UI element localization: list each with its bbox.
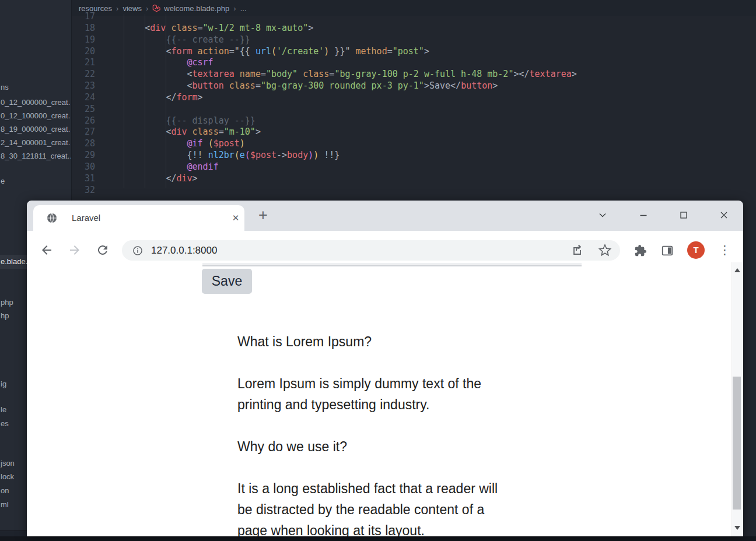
globe-icon bbox=[47, 213, 57, 226]
explorer-item[interactable]: e bbox=[1, 176, 71, 186]
code-line-17[interactable]: 17 bbox=[69, 11, 756, 23]
window-minimize-button[interactable] bbox=[637, 209, 650, 222]
explorer-item[interactable]: 0_12_000000_creat... bbox=[1, 97, 71, 107]
window-maximize-button[interactable] bbox=[677, 209, 690, 222]
code-line-28[interactable]: 28 @if ($post) bbox=[69, 138, 756, 150]
tab-strip: Laravel ✕ + bbox=[27, 201, 743, 231]
explorer-item[interactable]: 0_12_100000_creat... bbox=[1, 111, 71, 121]
browser-menu-icon[interactable]: ⋮ bbox=[719, 238, 728, 262]
tab-title: Laravel bbox=[72, 205, 100, 231]
scroll-up-arrow-icon[interactable] bbox=[734, 268, 740, 272]
code-line-31[interactable]: 31 </div> bbox=[69, 173, 756, 185]
url-text: 127.0.0.1:8000 bbox=[151, 240, 217, 261]
scrollbar[interactable] bbox=[732, 262, 742, 536]
explorer-item[interactable]: 8_19_000000_creat... bbox=[1, 124, 71, 134]
code-line-24[interactable]: 24 </form> bbox=[69, 92, 756, 104]
code-line-20[interactable]: 20 <form action="{{ url('/create') }}" m… bbox=[69, 46, 756, 58]
code-line-27[interactable]: 27 <div class="m-10"> bbox=[69, 127, 756, 138]
tab-close-icon[interactable]: ✕ bbox=[229, 212, 242, 224]
code-line-19[interactable]: 19 {{-- create --}} bbox=[69, 34, 756, 46]
scrollbar-thumb[interactable] bbox=[733, 377, 741, 510]
forward-icon[interactable] bbox=[68, 243, 82, 257]
code-line-25[interactable]: 25 bbox=[69, 104, 756, 115]
new-tab-button[interactable]: + bbox=[254, 205, 272, 226]
profile-avatar[interactable]: T bbox=[687, 241, 705, 259]
code-line-18[interactable]: 18 <div class="w-1/2 mt-8 mx-auto"> bbox=[69, 23, 756, 34]
bookmark-star-icon[interactable] bbox=[598, 243, 612, 257]
tab-laravel[interactable]: Laravel ✕ bbox=[33, 205, 244, 231]
explorer-item[interactable]: 8_30_121811_creat... bbox=[1, 151, 71, 161]
save-button[interactable]: Save bbox=[202, 269, 252, 294]
site-info-icon[interactable] bbox=[132, 245, 146, 259]
scroll-down-arrow-icon[interactable] bbox=[734, 526, 740, 530]
explorer-item[interactable]: ns bbox=[1, 82, 71, 92]
extensions-puzzle-icon[interactable] bbox=[634, 244, 648, 258]
code-line-21[interactable]: 21 @csrf bbox=[69, 57, 756, 69]
browser-toolbar: 127.0.0.1:8000 T ⋮ bbox=[27, 231, 743, 263]
vscode-bottom-strip bbox=[0, 536, 756, 541]
code-line-29[interactable]: 29 {!! nl2br(e($post->body)) !!} bbox=[69, 150, 756, 161]
code-line-22[interactable]: 22 <textarea name="body" class="bg-gray-… bbox=[69, 69, 756, 80]
share-icon[interactable] bbox=[570, 243, 584, 257]
tab-search-chevron-icon[interactable] bbox=[596, 209, 609, 222]
code-lines: 1718 <div class="w-1/2 mt-8 mx-auto">19 … bbox=[69, 11, 756, 196]
back-icon[interactable] bbox=[40, 243, 54, 257]
side-panel-icon[interactable] bbox=[661, 244, 675, 258]
explorer-item[interactable]: 2_14_000001_creat... bbox=[1, 138, 71, 147]
code-editor[interactable]: 1718 <div class="w-1/2 mt-8 mx-auto">19 … bbox=[69, 11, 756, 203]
reload-icon[interactable] bbox=[96, 243, 110, 257]
textarea-bottom-edge[interactable] bbox=[202, 263, 582, 266]
code-line-30[interactable]: 30 @endif bbox=[69, 161, 756, 173]
window-close-button[interactable] bbox=[718, 209, 730, 222]
code-line-26[interactable]: 26 {{-- display --}} bbox=[69, 115, 756, 127]
code-line-23[interactable]: 23 <button class="bg-gray-300 rounded px… bbox=[69, 80, 756, 92]
page-content: Save What is Lorem Ipsum? Lorem Ipsum is… bbox=[27, 262, 743, 536]
post-text: What is Lorem Ipsum? Lorem Ipsum is simp… bbox=[237, 331, 599, 536]
browser-window: Laravel ✕ + bbox=[27, 201, 743, 536]
screen: resources › views › welcome.blade.php › … bbox=[0, 0, 756, 541]
code-line-32[interactable]: 32 bbox=[69, 185, 756, 196]
